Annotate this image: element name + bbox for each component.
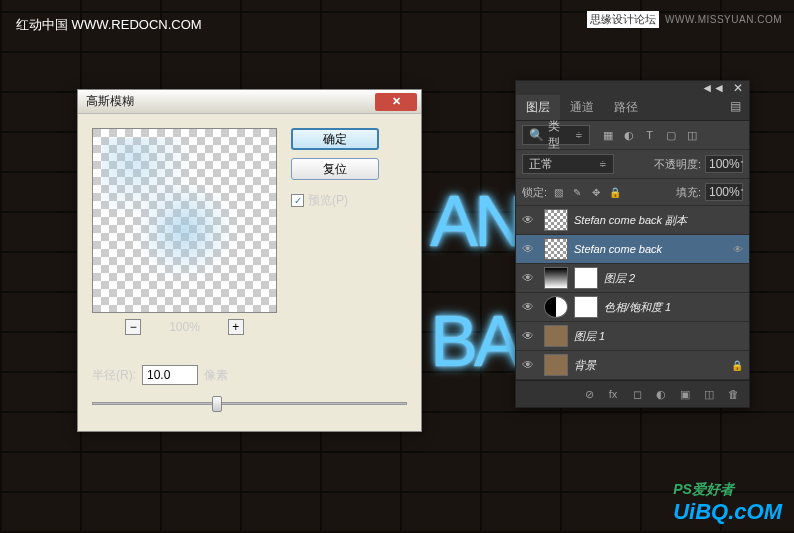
preview-area[interactable] <box>92 128 277 313</box>
filter-smart-icon[interactable]: ◫ <box>684 128 699 143</box>
visibility-toggle-icon[interactable]: 👁 <box>522 358 538 372</box>
filter-shape-icon[interactable]: ▢ <box>663 128 678 143</box>
visibility-toggle-icon[interactable]: 👁 <box>522 271 538 285</box>
layer-thumbnail[interactable] <box>544 209 568 231</box>
layer-mask-thumbnail[interactable] <box>574 296 598 318</box>
visibility-toggle-icon[interactable]: 👁 <box>522 213 538 227</box>
zoom-percent: 100% <box>169 320 200 334</box>
radius-unit: 像素 <box>204 367 228 384</box>
filter-type-icon[interactable]: T <box>642 128 657 143</box>
tab-layers[interactable]: 图层 <box>516 95 560 120</box>
layer-name[interactable]: 色相/饱和度 1 <box>604 300 743 315</box>
lock-transparent-icon[interactable]: ▨ <box>551 185 565 199</box>
visibility-toggle-icon[interactable]: 👁 <box>522 242 538 256</box>
opacity-label: 不透明度: <box>654 157 701 172</box>
radius-label: 半径(R): <box>92 367 136 384</box>
opacity-value[interactable]: 100%˅ <box>705 155 743 173</box>
panel-menu-icon[interactable]: ▤ <box>722 95 749 120</box>
lock-all-icon[interactable]: 🔒 <box>608 185 622 199</box>
neon-text-2: BA <box>430 300 518 382</box>
watermark-top-right: 思缘设计论坛 WWW.MISSYUAN.COM <box>587 11 782 28</box>
blend-mode-select[interactable]: 正常≑ <box>522 154 614 174</box>
ok-button[interactable]: 确定 <box>291 128 379 150</box>
zoom-out-button[interactable]: − <box>125 319 141 335</box>
lock-label: 锁定: <box>522 185 547 200</box>
dialog-titlebar[interactable]: 高斯模糊 ✕ <box>78 90 421 114</box>
close-button[interactable]: ✕ <box>375 93 417 111</box>
filter-pixel-icon[interactable]: ▦ <box>600 128 615 143</box>
fx-icon[interactable]: 👁 <box>733 244 743 255</box>
zoom-in-button[interactable]: + <box>228 319 244 335</box>
layer-name[interactable]: 图层 1 <box>574 329 743 344</box>
fill-label: 填充: <box>676 185 701 200</box>
layer-thumbnail[interactable] <box>544 354 568 376</box>
layer-row[interactable]: 👁Stefan come back 副本 <box>516 206 749 235</box>
visibility-toggle-icon[interactable]: 👁 <box>522 329 538 343</box>
preview-checkbox[interactable]: ✓ <box>291 194 304 207</box>
lock-paint-icon[interactable]: ✎ <box>570 185 584 199</box>
layer-row[interactable]: 👁Stefan come back👁 <box>516 235 749 264</box>
collapse-icon[interactable]: ◄◄ <box>701 81 725 95</box>
layer-style-icon[interactable]: fx <box>605 386 621 402</box>
layer-thumbnail[interactable] <box>544 238 568 260</box>
trash-icon[interactable]: 🗑 <box>725 386 741 402</box>
layer-thumbnail[interactable] <box>544 267 568 289</box>
layer-row[interactable]: 👁背景🔒 <box>516 351 749 380</box>
layer-thumbnail[interactable] <box>544 325 568 347</box>
layer-mask-icon[interactable]: ◻ <box>629 386 645 402</box>
layer-name[interactable]: 背景 <box>574 358 725 373</box>
lock-position-icon[interactable]: ✥ <box>589 185 603 199</box>
fill-value[interactable]: 100%˅ <box>705 183 743 201</box>
preview-label: 预览(P) <box>308 192 348 209</box>
link-layers-icon[interactable]: ⊘ <box>581 386 597 402</box>
layers-panel: ◄◄ ✕ 图层 通道 路径 ▤ 🔍 类型 ≑ ▦ ◐ T ▢ ◫ 正常≑ 不透明… <box>515 80 750 408</box>
slider-thumb[interactable] <box>212 396 222 412</box>
radius-input[interactable] <box>142 365 198 385</box>
visibility-toggle-icon[interactable]: 👁 <box>522 300 538 314</box>
new-layer-icon[interactable]: ◫ <box>701 386 717 402</box>
layer-thumbnail[interactable] <box>544 296 568 318</box>
adjustment-layer-icon[interactable]: ◐ <box>653 386 669 402</box>
layer-name[interactable]: 图层 2 <box>604 271 743 286</box>
radius-slider[interactable] <box>92 393 407 413</box>
tab-channels[interactable]: 通道 <box>560 95 604 120</box>
filter-type-select[interactable]: 🔍 类型 ≑ <box>522 125 590 145</box>
watermark-bottom-right: PS爱好者 UiBQ.cOM <box>673 481 782 525</box>
layer-mask-thumbnail[interactable] <box>574 267 598 289</box>
layer-row[interactable]: 👁色相/饱和度 1 <box>516 293 749 322</box>
search-icon: 🔍 <box>529 128 544 142</box>
close-panel-icon[interactable]: ✕ <box>733 81 743 95</box>
watermark-top-left: 红动中国 WWW.REDOCN.COM <box>16 16 202 34</box>
layer-row[interactable]: 👁图层 1 <box>516 322 749 351</box>
group-icon[interactable]: ▣ <box>677 386 693 402</box>
neon-text-1: AN <box>430 180 522 262</box>
layers-list: 👁Stefan come back 副本👁Stefan come back👁👁图… <box>516 206 749 380</box>
gaussian-blur-dialog: 高斯模糊 ✕ − 100% + 确定 复位 ✓ 预览(P) 半径(R): 像素 <box>77 89 422 432</box>
layer-row[interactable]: 👁图层 2 <box>516 264 749 293</box>
layer-name[interactable]: Stefan come back 副本 <box>574 213 743 228</box>
reset-button[interactable]: 复位 <box>291 158 379 180</box>
layer-name[interactable]: Stefan come back <box>574 243 727 255</box>
filter-adjust-icon[interactable]: ◐ <box>621 128 636 143</box>
lock-icon: 🔒 <box>731 360 743 371</box>
dialog-title: 高斯模糊 <box>86 93 134 110</box>
tab-paths[interactable]: 路径 <box>604 95 648 120</box>
